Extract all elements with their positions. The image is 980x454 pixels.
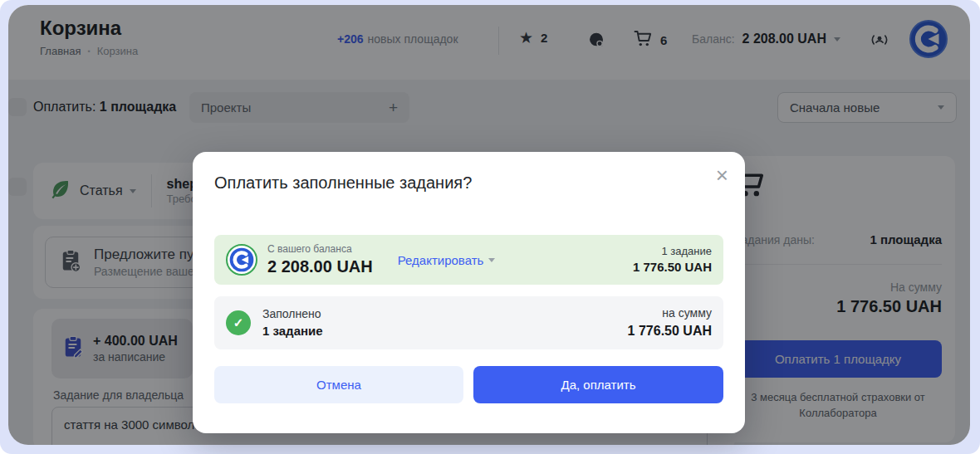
balance-source-row: С вашего баланса 2 208.00 UAH Редактиров… (214, 235, 723, 285)
app-window: Корзина Главная • Корзина +206новых площ… (0, 0, 980, 454)
chevron-down-icon (488, 258, 495, 262)
balance-source-value: 2 208.00 UAH (267, 256, 373, 276)
balance-row-sum: 1 776.50 UAH (633, 259, 712, 276)
filled-sum-label: на сумму (628, 305, 712, 322)
filled-tasks-count: 1 задание (262, 322, 323, 339)
confirm-pay-button[interactable]: Да, оплатить (473, 366, 723, 403)
balance-row-amount: 1 задание 1 776.50 UAH (633, 244, 712, 276)
filled-sum-value: 1 776.50 UAH (628, 322, 712, 340)
pay-confirmation-modal: × Оплатить заполненные задания? С вашего… (193, 152, 745, 433)
filled-tasks-row: ✓ Заполнено 1 задание на сумму 1 776.50 … (214, 296, 723, 349)
cancel-button[interactable]: Отмена (214, 366, 463, 403)
filled-label: Заполнено (262, 306, 323, 323)
check-icon: ✓ (226, 310, 251, 335)
modal-title: Оплатить заполненные задания? (214, 173, 472, 193)
balance-row-tasks: 1 задание (633, 244, 712, 259)
edit-payment-label: Редактировать (398, 253, 484, 267)
filled-row-amount: на сумму 1 776.50 UAH (628, 305, 712, 340)
balance-source-label: С вашего баланса (267, 243, 373, 256)
close-icon[interactable]: × (713, 157, 732, 193)
edit-payment-link[interactable]: Редактировать (398, 253, 496, 267)
collaborator-logo-icon (226, 244, 257, 276)
